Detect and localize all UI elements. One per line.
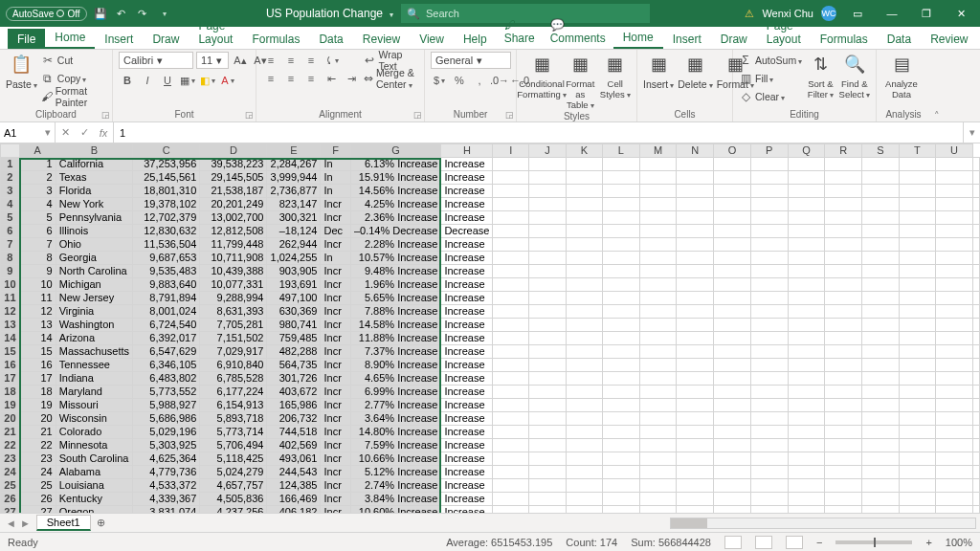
tab-draw[interactable]: Draw [143, 29, 189, 49]
cell-O6[interactable] [750, 225, 788, 238]
cell-A27[interactable]: 27 [19, 506, 56, 514]
cell-K13[interactable] [603, 319, 639, 332]
tab-formulas[interactable]: Formulas [811, 29, 878, 49]
cell-J25[interactable] [566, 479, 603, 493]
cell-L18[interactable] [639, 386, 677, 399]
cell-I23[interactable] [529, 452, 566, 466]
cell-U23[interactable] [973, 452, 980, 466]
page-break-view-icon[interactable] [786, 536, 803, 549]
cell-E15[interactable]: 482,288 [267, 345, 321, 359]
tab-page-layout[interactable]: Page Layout [757, 15, 811, 49]
cell-U24[interactable] [973, 466, 980, 479]
cell-O27[interactable] [750, 506, 788, 514]
cell-S26[interactable] [899, 493, 935, 506]
cell-Q15[interactable] [825, 345, 862, 359]
cell-O19[interactable] [750, 399, 788, 412]
cell-C6[interactable]: 12,830,632 [133, 225, 200, 238]
close-icon[interactable]: ✕ [947, 8, 974, 20]
cell-D9[interactable]: 10,439,388 [200, 265, 267, 278]
cell-E24[interactable]: 244,543 [267, 466, 321, 479]
row-header-13[interactable]: 13 [1, 319, 20, 332]
page-layout-view-icon[interactable] [755, 536, 772, 549]
cell-N7[interactable] [714, 238, 751, 252]
cell-D24[interactable]: 5,024,279 [200, 466, 267, 479]
cell-R8[interactable] [862, 252, 900, 265]
tab-insert[interactable]: Insert [95, 29, 143, 49]
cell-Q10[interactable] [825, 278, 862, 292]
cell-E22[interactable]: 402,569 [267, 439, 321, 452]
cell-B16[interactable]: Tennessee [56, 359, 132, 372]
cell-O9[interactable] [750, 265, 788, 278]
cell-E12[interactable]: 630,369 [267, 305, 321, 319]
cell-T7[interactable] [936, 238, 973, 252]
cell-Q23[interactable] [825, 452, 862, 466]
cell-P16[interactable] [788, 359, 825, 372]
cell-O15[interactable] [750, 345, 788, 359]
cell-U15[interactable] [973, 345, 980, 359]
cell-N21[interactable] [714, 426, 751, 439]
cell-L15[interactable] [639, 345, 677, 359]
cell-N1[interactable] [714, 158, 751, 171]
cell-P23[interactable] [788, 452, 825, 466]
cell-J3[interactable] [566, 185, 603, 198]
cell-N6[interactable] [714, 225, 751, 238]
cell-H4[interactable] [493, 198, 529, 211]
tab-view[interactable]: View [410, 29, 454, 49]
cell-J9[interactable] [566, 265, 603, 278]
cell-B23[interactable]: South Carolina [56, 452, 132, 466]
cell-E4[interactable]: 823,147 [267, 198, 321, 211]
cell-C1[interactable]: 37,253,956 [133, 158, 200, 171]
cell-S9[interactable] [899, 265, 935, 278]
increase-indent-icon[interactable]: ⇥ [343, 70, 360, 87]
cell-H1[interactable] [493, 158, 529, 171]
cell-I16[interactable] [529, 359, 566, 372]
col-header-L[interactable]: L [603, 144, 639, 158]
cell-T2[interactable] [936, 171, 973, 185]
cell-G6[interactable]: –0.14% Decrease [350, 225, 440, 238]
save-icon[interactable]: 💾 [93, 6, 108, 21]
cell-P25[interactable] [788, 479, 825, 493]
formula-input[interactable]: 1 [114, 122, 963, 143]
font-size-combo[interactable]: 11▾ [196, 52, 229, 69]
cell-H21[interactable] [493, 426, 529, 439]
cell-U16[interactable] [973, 359, 980, 372]
cell-E13[interactable]: 980,741 [267, 319, 321, 332]
cell-K23[interactable] [603, 452, 639, 466]
cell-Q7[interactable] [825, 238, 862, 252]
cell-P26[interactable] [788, 493, 825, 506]
cell-S6[interactable] [899, 225, 935, 238]
sheet-nav-next-icon[interactable]: ► [20, 518, 31, 529]
cell-I21[interactable] [529, 426, 566, 439]
cell-Q11[interactable] [825, 292, 862, 305]
row-header-27[interactable]: 27 [1, 506, 20, 514]
cell-T23[interactable] [936, 452, 973, 466]
cell-N12[interactable] [714, 305, 751, 319]
cell-S13[interactable] [899, 319, 935, 332]
cell-U10[interactable] [973, 278, 980, 292]
row-header-9[interactable]: 9 [1, 265, 20, 278]
cell-G26[interactable]: 3.84% Increase [350, 493, 440, 506]
cell-T1[interactable] [936, 158, 973, 171]
cell-F5[interactable]: Incr [321, 211, 350, 225]
cell-N3[interactable] [714, 185, 751, 198]
cell-S21[interactable] [899, 426, 935, 439]
cell-N16[interactable] [714, 359, 751, 372]
cell-N4[interactable] [714, 198, 751, 211]
cancel-formula-icon[interactable]: ✕ [56, 126, 75, 139]
cell-A8[interactable]: 8 [19, 252, 56, 265]
comma-format-icon[interactable]: , [471, 72, 488, 89]
cell-Q16[interactable] [825, 359, 862, 372]
cell-R11[interactable] [862, 292, 900, 305]
cell-H7[interactable]: Increase [441, 238, 493, 252]
delete-cells-button[interactable]: ▦Delete [678, 52, 712, 90]
cell-C18[interactable]: 5,773,552 [133, 386, 200, 399]
maximize-icon[interactable]: ❐ [913, 8, 940, 20]
cell-B19[interactable]: Missouri [56, 399, 132, 412]
cell-J2[interactable] [566, 171, 603, 185]
cell-P3[interactable] [788, 185, 825, 198]
cell-H8[interactable]: Increase [441, 252, 493, 265]
cell-R5[interactable] [862, 211, 900, 225]
cell-K15[interactable] [603, 345, 639, 359]
cell-P1[interactable] [788, 158, 825, 171]
cell-H19[interactable]: Increase [441, 399, 493, 412]
